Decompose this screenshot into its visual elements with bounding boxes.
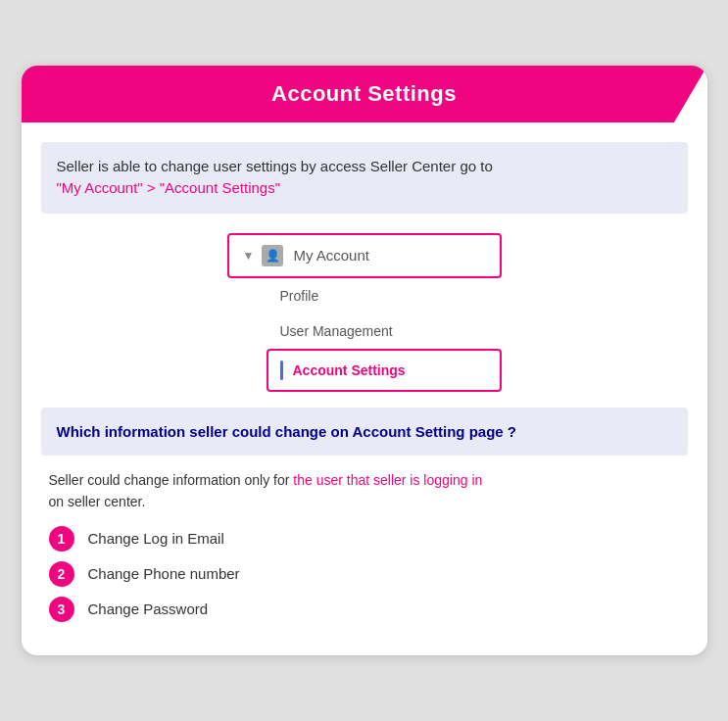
list-item-3: 3 Change Password <box>49 597 680 622</box>
answer-highlight: the user that seller is logging in <box>293 472 482 488</box>
answer-section: Seller could change information only for… <box>22 456 707 656</box>
badge-2-number: 2 <box>58 563 66 585</box>
list-item-2-text: Change Phone number <box>88 562 240 586</box>
badge-2: 2 <box>49 561 74 587</box>
intro-text1: Seller is able to change user settings b… <box>57 158 493 174</box>
my-account-label: My Account <box>293 247 369 264</box>
account-settings-menu-item[interactable]: Account Settings <box>267 349 502 392</box>
answer-intro: Seller could change information only for… <box>49 469 680 513</box>
menu-demo: ▼ 👤 My Account Profile User Management A… <box>227 233 502 392</box>
intro-section: Seller is able to change user settings b… <box>41 142 688 214</box>
badge-3-number: 3 <box>58 599 66 620</box>
menu-sub-list: Profile User Management Account Settings <box>267 278 502 392</box>
question-section: Which information seller could change on… <box>41 408 688 456</box>
page-title: Account Settings <box>271 81 457 106</box>
badge-1-number: 1 <box>58 528 66 550</box>
list-item-2: 2 Change Phone number <box>49 561 680 587</box>
intro-highlight: "My Account" > "Account Settings" <box>57 179 281 196</box>
user-icon: 👤 <box>262 245 283 266</box>
user-management-menu-item[interactable]: User Management <box>267 313 502 349</box>
badge-3: 3 <box>49 597 74 622</box>
answer-intro-text2: on seller center. <box>49 494 146 509</box>
header-banner: Account Settings <box>22 66 707 122</box>
active-bar-icon <box>280 360 283 380</box>
profile-label: Profile <box>280 288 319 304</box>
question-text: Which information seller could change on… <box>57 423 516 440</box>
user-management-label: User Management <box>280 323 393 339</box>
list-item-1: 1 Change Log in Email <box>49 526 680 552</box>
list-item-1-text: Change Log in Email <box>88 527 224 551</box>
profile-menu-item[interactable]: Profile <box>267 278 502 313</box>
answer-intro-text1: Seller could change information only for <box>49 472 290 488</box>
my-account-menu-item[interactable]: ▼ 👤 My Account <box>227 233 502 278</box>
badge-1: 1 <box>49 526 74 552</box>
dropdown-arrow-icon: ▼ <box>243 249 255 263</box>
main-card: Account Settings Seller is able to chang… <box>22 66 707 656</box>
list-item-3-text: Change Password <box>88 598 209 621</box>
account-settings-label: Account Settings <box>293 362 406 378</box>
